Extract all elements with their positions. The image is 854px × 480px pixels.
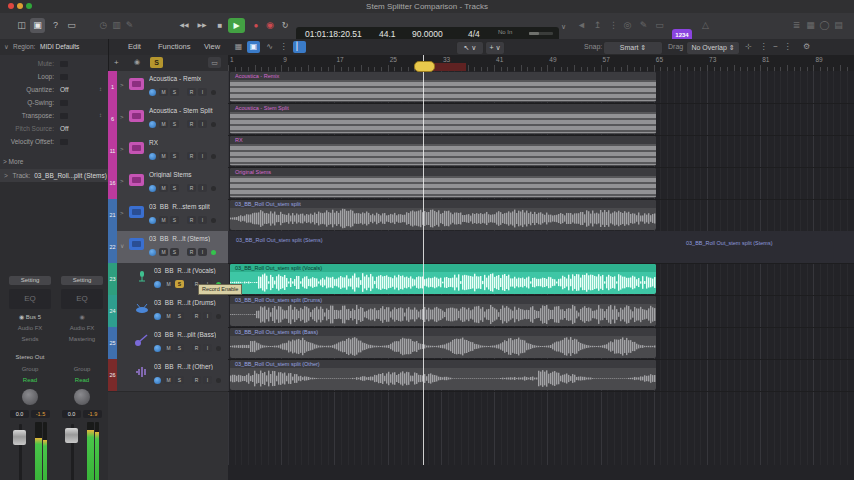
drag-selector[interactable]: No Overlap ⇕ xyxy=(686,41,740,55)
track-header-row[interactable]: 16>Original StemsMSRI xyxy=(108,167,228,200)
track-lane[interactable]: 03_BB_Roll Out_stem split (Other) xyxy=(228,359,854,392)
input-monitor-button[interactable] xyxy=(149,217,156,224)
track-header-row[interactable]: 2503_BB_R...plit (Bass)MSRI xyxy=(108,327,228,360)
track-solo-button[interactable]: S xyxy=(170,88,179,96)
region-inspector-row[interactable]: Pitch Source:Off xyxy=(2,124,106,135)
command-tool-selector[interactable]: + ∨ xyxy=(485,41,505,55)
track-lane[interactable]: 03_BB_Roll Out_stem split (Stems) xyxy=(228,231,854,264)
track-record-button[interactable]: R xyxy=(187,88,196,96)
track-solo-button[interactable]: S xyxy=(170,120,179,128)
track-name[interactable]: 03_BB_R...stem split xyxy=(149,203,210,210)
record-enable-dot[interactable] xyxy=(216,314,221,319)
track-name[interactable]: 03_BB_R...lt (Other) xyxy=(154,363,213,370)
toolbar-toggle-icon[interactable]: ▭ xyxy=(64,18,79,33)
sliders-icon[interactable]: ⋮ xyxy=(606,18,621,33)
view-menu[interactable]: View xyxy=(204,42,220,51)
loop-browser-icon[interactable]: ◯ xyxy=(817,18,832,33)
browsers-icon[interactable]: ▤ xyxy=(831,18,846,33)
capture-recording-button[interactable]: ◉ xyxy=(262,18,278,33)
audio-region[interactable]: 03_BB_Roll Out_stem split (Other) xyxy=(230,360,656,390)
record-enable-dot[interactable] xyxy=(211,154,216,159)
region-inspector-row[interactable]: Loop: xyxy=(2,72,106,83)
grid-view-icon[interactable]: ▦ xyxy=(232,41,245,53)
lcd-time-signature[interactable]: 4/4 xyxy=(468,29,480,39)
channel-output-slot[interactable]: Stereo Out xyxy=(9,353,51,362)
fader-cap[interactable] xyxy=(65,428,78,443)
track-name[interactable]: Original Stems xyxy=(149,171,192,178)
track-name[interactable]: 03_BB_R...lt (Stems) xyxy=(149,235,210,242)
track-lane[interactable]: 03_BB_Roll Out_stem split xyxy=(228,199,854,232)
region-param-value[interactable] xyxy=(60,74,68,80)
channel-group-slot[interactable]: Group xyxy=(61,365,103,374)
audio-region[interactable]: 03_BB_Roll Out_stem split xyxy=(230,200,656,230)
input-monitor-button[interactable] xyxy=(154,345,161,352)
record-enable-dot[interactable] xyxy=(211,186,216,191)
zoom-slider-icon[interactable]: ⋮ xyxy=(781,41,794,53)
track-lane[interactable]: 03_BB_Roll Out_stem split (Bass) xyxy=(228,327,854,360)
automation-icon[interactable]: ∿ xyxy=(263,41,276,53)
add-track-button[interactable]: + xyxy=(114,58,119,67)
track-solo-button[interactable]: S xyxy=(170,184,179,192)
pan-knob[interactable] xyxy=(74,389,90,405)
track-mute-button[interactable]: M xyxy=(164,376,173,384)
channel-setting-button[interactable]: Setting xyxy=(61,276,103,285)
pad-icon[interactable]: ▭ xyxy=(652,18,667,33)
share-icon[interactable]: ↥ xyxy=(590,18,605,33)
track-lane[interactable]: RX xyxy=(228,135,854,168)
track-lane[interactable]: 03_BB_Roll Out_stem split (Drums) xyxy=(228,295,854,328)
track-header-row[interactable]: 11>RXMSRI xyxy=(108,135,228,168)
channel-input-slot[interactable]: ◉ Bus 5 xyxy=(9,313,51,322)
track-disclosure-icon[interactable]: > xyxy=(120,210,124,216)
stack-region[interactable]: RX xyxy=(230,136,656,166)
track-input-button[interactable]: I xyxy=(198,184,207,192)
track-input-button[interactable]: I xyxy=(198,248,207,256)
track-header-row[interactable]: 6>Acoustica - Stem SplitMSRI xyxy=(108,103,228,136)
region-param-value[interactable] xyxy=(60,100,68,106)
channel-sends-slot[interactable]: Sends xyxy=(9,335,51,344)
track-disclosure-icon[interactable]: > xyxy=(120,82,124,88)
track-lane[interactable]: 03_BB_Roll Out_stem split (Vocals) xyxy=(228,263,854,296)
track-mute-button[interactable]: M xyxy=(159,152,168,160)
track-lane[interactable]: Acoustica - Remix xyxy=(228,71,854,104)
track-header-row[interactable]: 2603_BB_R...lt (Other)MSRI xyxy=(108,359,228,392)
list-editors-icon[interactable]: ≣ xyxy=(789,18,804,33)
input-monitor-button[interactable] xyxy=(149,249,156,256)
cycle-button[interactable]: ↻ xyxy=(277,18,293,33)
input-monitor-button[interactable] xyxy=(154,281,161,288)
region-param-value[interactable] xyxy=(60,139,68,145)
track-input-button[interactable]: I xyxy=(198,88,207,96)
track-disclosure-icon[interactable]: > xyxy=(120,146,124,152)
track-input-button[interactable]: I xyxy=(203,312,212,320)
track-solo-button[interactable]: S xyxy=(175,376,184,384)
peak-value[interactable]: -1.5 xyxy=(31,410,50,418)
region-inspector-chevron-icon[interactable]: ∨ xyxy=(4,43,9,51)
channel-strip[interactable]: SettingEQ◉Audio FXMasteringGroupRead0.0-… xyxy=(58,234,106,480)
track-record-button[interactable]: R xyxy=(192,376,201,384)
stack-region[interactable]: Acoustica - Stem Split xyxy=(230,104,656,134)
inspector-toggle-icon[interactable]: ▣ xyxy=(30,18,45,33)
track-mute-button[interactable]: M xyxy=(159,88,168,96)
track-name[interactable]: 03_BB_R...it (Vocals) xyxy=(154,267,216,274)
track-record-button[interactable]: R xyxy=(187,152,196,160)
track-disclosure-icon[interactable]: ∨ xyxy=(120,242,124,249)
library-icon[interactable]: ◫ xyxy=(14,18,29,33)
track-input-button[interactable]: I xyxy=(198,152,207,160)
track-record-button[interactable]: R xyxy=(187,216,196,224)
fader-cap[interactable] xyxy=(13,430,26,445)
pencil-icon[interactable]: ✎ xyxy=(636,18,651,33)
audio-region[interactable]: 03_BB_Roll Out_stem split (Vocals) xyxy=(230,264,656,294)
track-name[interactable]: Acoustica - Remix xyxy=(149,75,201,82)
channel-eq-thumbnail[interactable]: EQ xyxy=(61,289,103,309)
playhead[interactable] xyxy=(423,55,424,465)
track-record-button[interactable]: R xyxy=(192,312,201,320)
track-record-button[interactable]: R xyxy=(187,248,196,256)
track-lanes[interactable]: Acoustica - RemixAcoustica - Stem SplitR… xyxy=(228,71,854,480)
track-options-icon[interactable]: ◉ xyxy=(134,58,140,66)
channel-input-slot[interactable]: ◉ xyxy=(61,313,103,322)
channel-group-slot[interactable]: Group xyxy=(9,365,51,374)
track-lane[interactable]: Acoustica - Stem Split xyxy=(228,103,854,136)
track-name[interactable]: RX xyxy=(149,139,158,146)
channel-automation-mode[interactable]: Read xyxy=(9,376,51,385)
input-monitor-button[interactable] xyxy=(149,185,156,192)
audio-region[interactable]: 03_BB_Roll Out_stem split (Bass) xyxy=(230,328,656,358)
